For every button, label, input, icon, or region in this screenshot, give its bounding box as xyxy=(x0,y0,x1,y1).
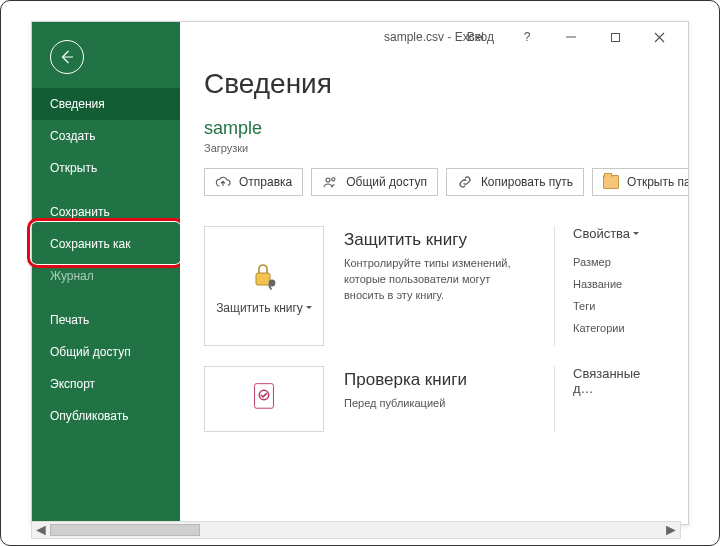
upload-button[interactable]: Отправка xyxy=(204,168,303,196)
share-button[interactable]: Общий доступ xyxy=(311,168,438,196)
inspect-heading: Проверка книги xyxy=(344,370,554,390)
protect-workbook-tile[interactable]: Защитить книгу xyxy=(204,226,324,346)
sidebar-item-new[interactable]: Создать xyxy=(32,120,180,152)
inspect-workbook-tile[interactable] xyxy=(204,366,324,432)
property-size: Размер xyxy=(573,251,664,273)
scroll-left-button[interactable]: ◄ xyxy=(32,522,50,538)
screenshot-frame: Сведения Создать Открыть Сохранить Сохра… xyxy=(0,0,720,546)
open-folder-label: Открыть папку xyxy=(627,175,688,189)
sidebar-item-save[interactable]: Сохранить xyxy=(32,196,180,228)
svg-point-2 xyxy=(326,178,330,182)
property-categories: Категории xyxy=(573,317,664,339)
backstage-content: sample.csv - Excel Вход ? Сведения sampl… xyxy=(180,22,688,524)
title-bar: sample.csv - Excel Вход ? xyxy=(180,22,688,52)
svg-rect-1 xyxy=(611,33,619,41)
sidebar-item-publish[interactable]: Опубликовать xyxy=(32,400,180,432)
sidebar-item-export[interactable]: Экспорт xyxy=(32,368,180,400)
close-button[interactable] xyxy=(638,22,680,52)
sidebar-item-save-as[interactable]: Сохранить как xyxy=(32,228,180,260)
sidebar-item-share[interactable]: Общий доступ xyxy=(32,336,180,368)
svg-point-3 xyxy=(332,178,335,181)
copy-path-button[interactable]: Копировать путь xyxy=(446,168,584,196)
info-page: Сведения sample Загрузки Отправка Общий … xyxy=(180,52,688,432)
help-button[interactable]: ? xyxy=(506,22,548,52)
sidebar-item-history: Журнал xyxy=(32,260,180,292)
people-icon xyxy=(322,174,338,190)
back-button[interactable] xyxy=(50,40,84,74)
sidebar-item-info[interactable]: Сведения xyxy=(32,88,180,120)
window-title: sample.csv - Excel xyxy=(384,30,484,44)
protect-body: Контролируйте типы изменений, которые по… xyxy=(344,256,524,304)
close-icon xyxy=(654,32,665,43)
svg-rect-4 xyxy=(256,273,270,285)
excel-backstage-window: Сведения Создать Открыть Сохранить Сохра… xyxy=(31,21,689,525)
copy-path-label: Копировать путь xyxy=(481,175,573,189)
open-folder-button[interactable]: Открыть папку xyxy=(592,168,688,196)
link-icon xyxy=(457,174,473,190)
properties-panel: Свойства Размер Название Теги Категории xyxy=(554,226,664,346)
backstage-sidebar: Сведения Создать Открыть Сохранить Сохра… xyxy=(32,22,180,524)
properties-title[interactable]: Свойства xyxy=(573,226,664,241)
scrollbar-track[interactable] xyxy=(50,522,662,538)
sidebar-item-open[interactable]: Открыть xyxy=(32,152,180,184)
protect-tile-label: Защитить книгу xyxy=(216,301,312,315)
scroll-right-button[interactable]: ► xyxy=(662,522,680,538)
property-name: Название xyxy=(573,273,664,295)
minimize-button[interactable] xyxy=(550,22,592,52)
scrollbar-thumb[interactable] xyxy=(50,524,200,536)
inspect-body: Перед публикацией xyxy=(344,396,524,412)
maximize-icon xyxy=(610,32,621,43)
protect-description: Защитить книгу Контролируйте типы измене… xyxy=(344,226,554,346)
property-tags: Теги xyxy=(573,295,664,317)
document-name: sample xyxy=(204,118,664,139)
folder-icon xyxy=(603,175,619,189)
sidebar-item-print[interactable]: Печать xyxy=(32,304,180,336)
inspect-section: Проверка книги Перед публикацией Связанн… xyxy=(204,366,664,432)
cloud-upload-icon xyxy=(215,174,231,190)
page-title: Сведения xyxy=(204,68,664,100)
inspect-icon xyxy=(246,377,282,413)
protect-section: Защитить книгу Защитить книгу Контролиру… xyxy=(204,226,664,346)
related-docs-title: Связанные д… xyxy=(555,366,664,396)
lock-key-icon xyxy=(246,257,282,293)
quick-actions-row: Отправка Общий доступ Копировать путь От… xyxy=(204,168,664,196)
inspect-description: Проверка книги Перед публикацией xyxy=(344,366,554,432)
back-arrow-icon xyxy=(58,48,76,66)
sidebar-menu: Сведения Создать Открыть Сохранить Сохра… xyxy=(32,88,180,432)
document-location: Загрузки xyxy=(204,142,664,154)
share-label: Общий доступ xyxy=(346,175,427,189)
horizontal-scrollbar[interactable]: ◄ ► xyxy=(31,521,681,539)
minimize-icon xyxy=(565,31,577,43)
maximize-button[interactable] xyxy=(594,22,636,52)
upload-label: Отправка xyxy=(239,175,292,189)
protect-heading: Защитить книгу xyxy=(344,230,554,250)
